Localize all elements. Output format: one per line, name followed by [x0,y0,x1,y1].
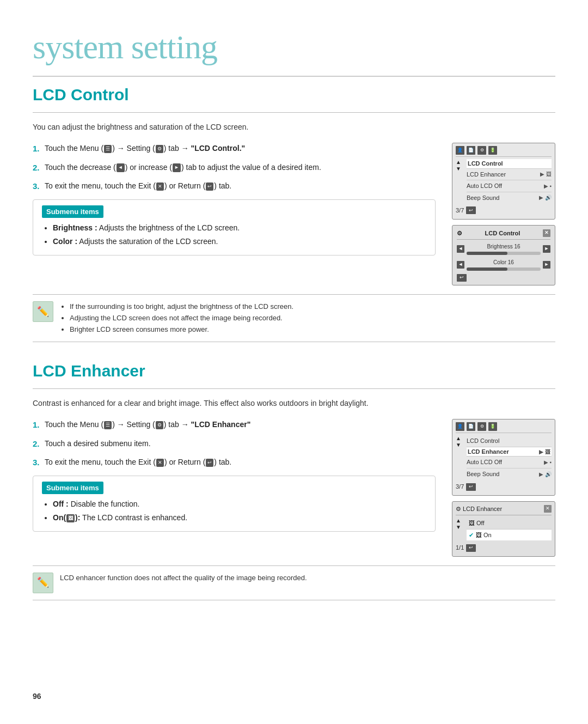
color-decrease-btn[interactable]: ◄ [457,261,464,269]
row-label: Beep Sound [467,193,500,203]
decrease-icon: ◄ [117,163,125,172]
row-arrow: ▶ ▪ [544,182,552,190]
enhancer-menu-rows: LCD Control LCD Enhancer ▶ 🖼 Auto LCD Of… [467,435,552,479]
slider-panel-title: LCD Control [485,229,520,238]
battery-icon-2: 🔋 [488,422,497,431]
note-text: If the surrounding is too bright, adjust… [60,301,293,335]
menu-icon: ☰ [104,145,112,154]
brightness-bar [467,252,541,255]
gear-icon-small: ⚙ [457,229,462,238]
down-arrow[interactable]: ▼ [456,166,461,172]
page-title: system setting [33,22,555,77]
lcd-control-section: LCD Control You can adjust the brightnes… [33,82,555,342]
lcd-enhancer-ui-panels: 👤 📄 ⚙ 🔋 ▲ ▼ LCD Control L [452,419,555,557]
menu-row-lcd-enhancer-2[interactable]: LCD Enhancer ▶ 🖼 [467,447,552,457]
submenu-item-color: Color : Adjusts the saturation of the LC… [53,236,426,247]
brightness-bar-wrap: Brightness 16 [467,242,541,255]
lcd-enhancer-menu-panel: 👤 📄 ⚙ 🔋 ▲ ▼ LCD Control L [452,419,555,496]
return-btn-slider[interactable]: ↩ [457,274,467,282]
menu-row-lcd-control-2[interactable]: LCD Control [467,435,552,447]
menu-row-lcd-enhancer[interactable]: LCD Enhancer ▶ 🖼 [467,169,552,181]
panel-header: 👤 📄 ⚙ 🔋 [456,146,552,157]
menu-row-lcd-control[interactable]: LCD Control [467,159,552,169]
enhancer-step-3: 3. To exit the menu, touch the Exit (✕) … [33,457,436,469]
return-btn-ep[interactable]: ↩ [466,544,476,552]
note-list: If the surrounding is too bright, adjust… [60,301,293,335]
lcd-enhancer-submenu-box: Submenu items Off : Disable the function… [33,476,436,532]
row-label-bs: Beep Sound [467,470,500,479]
up-arrow-ep[interactable]: ▲ [456,518,461,524]
lcd-enhancer-steps: 1. Touch the Menu (☰) → Setting (⚙) tab … [33,419,436,532]
checkmark: ✔ [469,531,474,540]
return-btn-2[interactable]: ↩ [466,483,476,491]
color-bar [467,267,541,271]
color-increase-btn[interactable]: ► [543,261,550,269]
brightness-row: ◄ Brightness 16 ► [457,242,550,255]
page-counter-2: 3/7 [456,481,464,492]
row-label: Auto LCD Off [467,181,502,191]
gear-icon-ep: ⚙ [456,504,461,514]
step-1-text: Touch the Menu (☰) → Setting (⚙) tab → "… [45,143,245,154]
note-item-2: Adjusting the LCD screen does not affect… [70,313,293,324]
enhancer-options: 🖼 Off ✔ 🖼 On [467,518,552,540]
up-arrow[interactable]: ▲ [456,159,461,166]
row-label-le: LCD Enhancer [468,447,509,457]
return-icon-2: ↩ [206,459,213,467]
step-2-num: 2. [33,162,42,174]
menu-icon-2: ☰ [104,421,112,430]
setting-icon: ⚙ [156,145,163,154]
row-label: LCD Control [468,159,503,168]
up-arrow-2[interactable]: ▲ [456,435,461,442]
lcd-enhancer-section: LCD Enhancer Contrast is enhanced for a … [33,358,555,600]
color-label: Color 16 [493,258,514,266]
enhancer-option-on[interactable]: ✔ 🖼 On [467,530,552,541]
row-arrow: ▶ 🔊 [539,193,552,202]
step-3-text: To exit the menu, touch the Exit (✕) or … [45,180,231,192]
menu-row-beep[interactable]: Beep Sound ▶ 🔊 [467,192,552,204]
return-btn[interactable]: ↩ [466,206,476,214]
row-label-lc: LCD Control [467,436,500,446]
enhancer-step-1-num: 1. [33,419,42,431]
step-3: 3. To exit the menu, touch the Exit (✕) … [33,180,436,193]
enhancer-step-2: 2. Touch a desired submenu item. [33,438,436,451]
lcd-control-ui-panels: 👤 📄 ⚙ 🔋 ▲ ▼ LCD Control L [452,143,555,285]
step-1: 1. Touch the Menu (☰) → Setting (⚙) tab … [33,143,436,155]
note-item-1: If the surrounding is too bright, adjust… [70,301,293,313]
brightness-decrease-btn[interactable]: ◄ [457,245,464,253]
row-arrow-al: ▶ ▪ [544,458,552,466]
enhancer-step-2-num: 2. [33,438,42,451]
lcd-control-note-box: ✏️ If the surrounding is too bright, adj… [33,294,555,342]
exit-icon: ✕ [156,182,164,191]
off-label: 🖼 Off [469,519,485,528]
lcd-control-desc: You can adjust the brightness and satura… [33,121,555,133]
slider-panel-header: ⚙ LCD Control ✕ [457,229,550,240]
lcd-control-menu-panel: 👤 📄 ⚙ 🔋 ▲ ▼ LCD Control L [452,143,555,220]
profile-icon-2: 👤 [456,422,464,431]
section-divider-2 [33,388,555,389]
battery-icon: 🔋 [488,146,497,155]
enhancer-submenu-list: Off : Disable the function. On(🖼): The L… [42,498,426,524]
menu-row-auto-lcd-2[interactable]: Auto LCD Off ▶ ▪ [467,457,552,469]
enhance-icon: 🖼 [66,514,75,523]
color-row: ◄ Color 16 ► [457,258,550,271]
enhancer-step-1: 1. Touch the Menu (☰) → Setting (⚙) tab … [33,419,436,431]
enhancer-option-off[interactable]: 🖼 Off [467,518,552,530]
enhancer-panel-title-row: ⚙ LCD Enhancer ✕ [456,504,552,516]
enhancer-submenu-title: Submenu items [42,482,103,495]
return-icon: ↩ [206,182,213,191]
brightness-increase-btn[interactable]: ► [543,245,550,253]
lcd-control-steps-ui: 1. Touch the Menu (☰) → Setting (⚙) tab … [33,143,555,285]
menu-row-beep-2[interactable]: Beep Sound ▶ 🔊 [467,469,552,480]
close-btn[interactable]: ✕ [543,229,550,237]
doc-icon-2: 📄 [467,422,475,431]
menu-row-auto-lcd[interactable]: Auto LCD Off ▶ ▪ [467,180,552,192]
lcd-control-title: LCD Control [33,82,555,107]
gear-icon: ⚙ [477,146,486,155]
setting-icon-2: ⚙ [156,421,163,430]
down-arrow-ep[interactable]: ▼ [456,524,461,531]
down-arrow-2[interactable]: ▼ [456,442,461,448]
lcd-enhancer-note-box: ✏️ LCD enhancer function does not affect… [33,565,555,600]
enhancer-step-3-num: 3. [33,457,42,469]
on-label: 🖼 On [476,531,492,540]
close-btn-ep[interactable]: ✕ [544,505,552,513]
